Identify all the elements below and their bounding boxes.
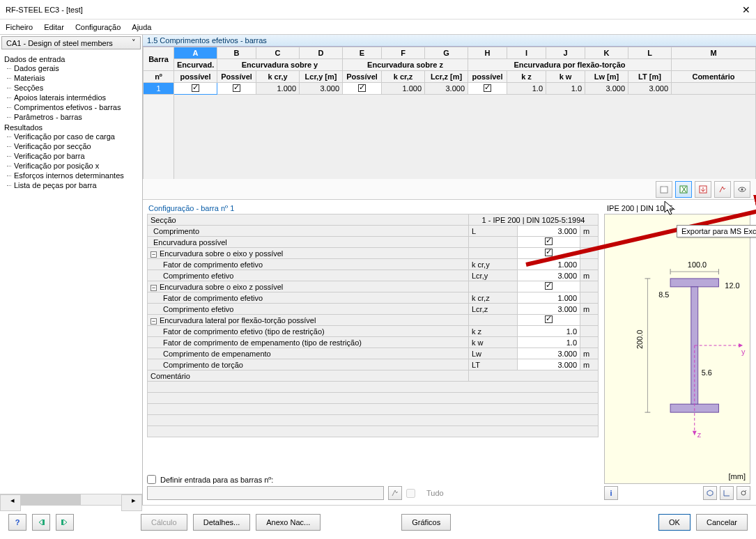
help-button[interactable]: ? xyxy=(8,514,26,531)
case-select[interactable]: CA1 - Design of steel members˅ xyxy=(1,36,141,49)
tree-item[interactable]: Parâmetros - barras xyxy=(4,112,142,122)
define-label: Definir entrada para as barras nº: xyxy=(160,476,273,484)
tree-item[interactable]: Secções xyxy=(4,83,142,93)
checkbox-icon xyxy=(484,84,491,92)
svg-text:5.6: 5.6 xyxy=(702,368,712,377)
menu-bar: Ficheiro Editar Configuração Ajuda xyxy=(0,19,756,35)
menu-help[interactable]: Ajuda xyxy=(132,23,151,31)
svg-text:200.0: 200.0 xyxy=(635,330,644,349)
window-title: RF-STEEL EC3 - [test] xyxy=(6,6,742,14)
tree-item[interactable]: Dados gerais xyxy=(4,63,142,73)
svg-text:12.0: 12.0 xyxy=(725,281,739,290)
view-button[interactable] xyxy=(734,181,750,198)
calc-button[interactable]: Cálculo xyxy=(141,514,187,531)
info-button[interactable]: i xyxy=(604,486,618,500)
svg-text:y: y xyxy=(741,347,746,356)
export-button[interactable] xyxy=(695,181,711,198)
menu-config[interactable]: Configuração xyxy=(75,23,121,31)
data-grid: Barra A B C D E F G H I J K L M Encurvad… xyxy=(143,47,756,179)
sidebar-scrollbar: ◂ ▸ xyxy=(0,494,142,505)
unit-label: [mm] xyxy=(729,472,746,481)
checkbox-icon xyxy=(192,84,199,92)
ok-button[interactable]: OK xyxy=(658,514,691,531)
pick-button[interactable] xyxy=(714,181,731,198)
next-button[interactable] xyxy=(56,514,74,531)
menu-file[interactable]: Ficheiro xyxy=(6,23,33,31)
svg-text:X: X xyxy=(681,185,687,194)
settings-button[interactable] xyxy=(736,486,750,500)
config-title: Configuração - barra nº 1 xyxy=(147,204,599,214)
svg-rect-29 xyxy=(61,520,63,525)
svg-text:100.0: 100.0 xyxy=(688,260,707,269)
tree-item[interactable]: Lista de peças por barra xyxy=(4,180,142,190)
close-button[interactable]: ✕ xyxy=(742,4,750,15)
tree-group: Dados de entrada xyxy=(4,55,142,63)
svg-text:z: z xyxy=(697,430,702,439)
graphics-button[interactable]: Gráficos xyxy=(401,514,451,531)
nav-tree: Dados de entrada Dados gerais Materiais … xyxy=(0,51,142,494)
export-excel-button[interactable]: X xyxy=(675,181,692,198)
prev-button[interactable] xyxy=(32,514,50,531)
menu-edit[interactable]: Editar xyxy=(44,23,64,31)
svg-rect-28 xyxy=(43,520,45,525)
scroll-right[interactable]: ▸ xyxy=(121,494,142,511)
define-field[interactable] xyxy=(147,486,384,500)
svg-rect-0 xyxy=(661,187,668,193)
row-id[interactable]: 1 xyxy=(144,83,174,95)
tudo-checkbox xyxy=(406,489,415,498)
tree-item[interactable]: Verificação por caso de carga xyxy=(4,132,142,141)
section-preview: 100.0 200.0 12.0 5.6 8.5 xyxy=(604,214,750,484)
svg-point-5 xyxy=(741,188,743,190)
tree-item[interactable]: Esforços internos determinantes xyxy=(4,171,142,180)
tree-item[interactable]: Verificação por secção xyxy=(4,141,142,151)
bottom-bar: ? Cálculo Detalhes... Anexo Nac... Gráfi… xyxy=(0,506,756,539)
preview-title: IPE 200 | DIN 1025- xyxy=(604,204,750,214)
tree-item[interactable]: Verificação por barra xyxy=(4,151,142,161)
tree-item[interactable]: Apoios laterais intermédios xyxy=(4,93,142,102)
cancel-button[interactable]: Cancelar xyxy=(696,514,748,531)
import-button[interactable] xyxy=(656,181,672,198)
tree-item[interactable]: Verificação por posição x xyxy=(4,161,142,171)
section-title: 1.5 Comprimentos efetivos - barras xyxy=(143,35,756,47)
svg-text:8.5: 8.5 xyxy=(658,290,669,299)
svg-rect-17 xyxy=(670,279,718,287)
details-button[interactable]: Detalhes... xyxy=(193,514,251,531)
grid-toolbar: X xyxy=(143,179,756,200)
checkbox-icon xyxy=(358,84,366,92)
annex-button[interactable]: Anexo Nac... xyxy=(256,514,321,531)
tudo-label: Tudo xyxy=(426,489,444,497)
view3d-button[interactable] xyxy=(703,486,717,500)
axes-button[interactable] xyxy=(720,486,734,500)
tree-item[interactable]: Materiais xyxy=(4,73,142,83)
pick-members-button[interactable] xyxy=(388,486,402,500)
checkbox-icon xyxy=(233,84,240,92)
svg-marker-24 xyxy=(693,431,697,435)
chevron-down-icon: ˅ xyxy=(132,38,136,47)
scroll-left[interactable]: ◂ xyxy=(0,494,21,511)
define-checkbox[interactable] xyxy=(147,475,156,484)
detail-table: Secção1 - IPE 200 | DIN 1025-5:1994Compr… xyxy=(147,214,599,437)
tooltip: Exportar para MS Excel xyxy=(677,225,756,237)
tree-item[interactable]: Comprimentos efetivos - barras xyxy=(4,102,142,112)
tree-group: Resultados xyxy=(4,123,142,132)
